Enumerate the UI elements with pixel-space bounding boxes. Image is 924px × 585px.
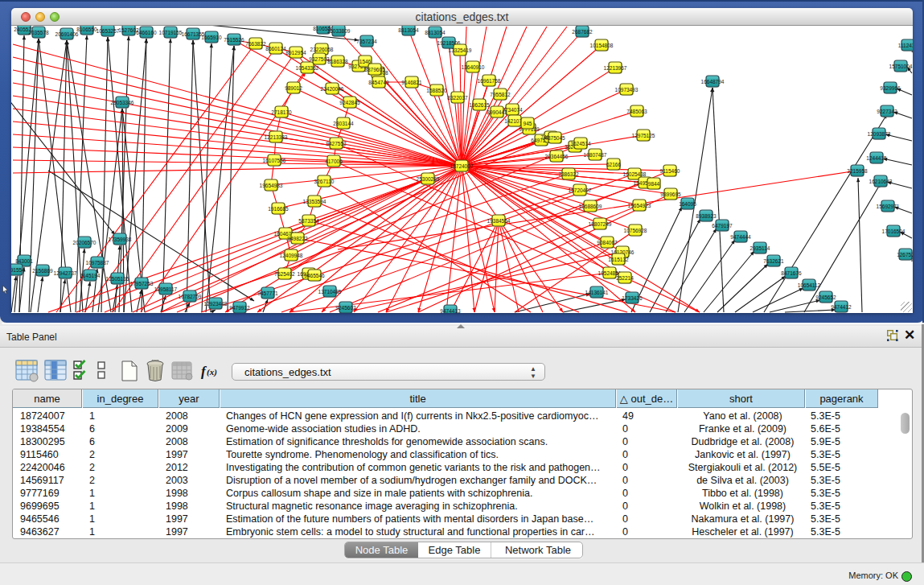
svg-text:2935114: 2935114	[750, 245, 770, 251]
svg-text:10543362: 10543362	[296, 65, 319, 71]
svg-text:15751004: 15751004	[889, 64, 913, 69]
svg-text:1244415: 1244415	[866, 155, 887, 161]
svg-text:19654983: 19654983	[260, 183, 283, 188]
svg-text:8813054: 8813054	[398, 27, 419, 33]
svg-text:3215958: 3215958	[847, 168, 868, 174]
svg-text:4875045: 4875045	[544, 135, 565, 141]
svg-text:2156869: 2156869	[32, 268, 53, 274]
svg-text:945: 945	[524, 121, 532, 126]
svg-text:7515526: 7515526	[224, 37, 244, 43]
svg-text:18724007: 18724007	[450, 163, 474, 169]
svg-text:12409948: 12409948	[280, 253, 303, 258]
svg-text:16648794: 16648794	[701, 79, 725, 84]
svg-text:1145194: 1145194	[80, 273, 101, 278]
svg-text:7955812: 7955812	[490, 92, 511, 97]
svg-text:16033809: 16033809	[327, 28, 351, 34]
svg-text:9427552: 9427552	[326, 141, 347, 146]
svg-text:7625402: 7625402	[274, 271, 295, 277]
svg-text:10719155: 10719155	[159, 30, 183, 35]
svg-text:10756928: 10756928	[624, 228, 647, 233]
svg-text:15720407: 15720407	[569, 187, 592, 193]
svg-text:9227342: 9227342	[877, 109, 897, 114]
svg-text:20691406: 20691406	[55, 31, 79, 37]
svg-text:9479912: 9479912	[229, 305, 250, 311]
svg-text:9474412: 9474412	[831, 304, 852, 310]
svg-text:13353594: 13353594	[303, 199, 326, 204]
svg-text:9084067: 9084067	[597, 240, 618, 245]
svg-text:12213967: 12213967	[604, 65, 627, 71]
svg-text:12505135: 12505135	[106, 276, 129, 282]
svg-text:10688609: 10688609	[579, 204, 602, 209]
svg-text:10653257: 10653257	[97, 28, 120, 34]
svg-text:19654923: 19654923	[628, 203, 651, 208]
svg-text:9899695: 9899695	[660, 192, 681, 197]
svg-text:16107556: 16107556	[263, 158, 286, 163]
svg-text:1962615: 1962615	[469, 102, 490, 108]
svg-text:9457771: 9457771	[257, 290, 278, 296]
svg-text:14136141: 14136141	[585, 290, 609, 295]
svg-text:17016504: 17016504	[882, 229, 906, 234]
svg-text:13325419: 13325419	[449, 47, 472, 53]
svg-text:13710485: 13710485	[318, 289, 342, 295]
svg-text:8912954: 8912954	[285, 50, 306, 56]
svg-text:18807249: 18807249	[589, 221, 612, 227]
svg-text:5873354: 5873354	[298, 218, 319, 224]
svg-text:1112437: 1112437	[898, 43, 913, 48]
svg-text:12942737: 12942737	[54, 270, 77, 276]
svg-text:12213383: 12213383	[265, 134, 288, 140]
svg-text:10973493: 10973493	[615, 87, 639, 93]
svg-text:2687682: 2687682	[572, 29, 593, 35]
svg-text:8322037: 8322037	[447, 95, 468, 101]
svg-text:15692971: 15692971	[877, 204, 900, 209]
svg-text:2718170: 2718170	[271, 109, 292, 115]
svg-text:1588520: 1588520	[426, 88, 447, 93]
svg-text:1916685: 1916685	[268, 206, 289, 212]
svg-text:9115460: 9115460	[660, 168, 680, 174]
svg-text:9474444: 9474444	[730, 234, 751, 240]
svg-text:391554: 391554	[11, 267, 25, 273]
svg-text:(x): (x)	[207, 367, 217, 377]
svg-text:1733426: 1733426	[622, 295, 643, 301]
svg-text:7663822: 7663822	[245, 41, 266, 47]
svg-text:17359938: 17359938	[109, 237, 132, 242]
svg-text:8454749: 8454749	[368, 80, 389, 85]
svg-text:9498222: 9498222	[287, 236, 308, 241]
svg-text:12923448: 12923448	[204, 301, 228, 307]
svg-text:6479197: 6479197	[712, 223, 733, 229]
svg-text:9329966: 9329966	[880, 85, 901, 91]
svg-text:23226058: 23226058	[310, 47, 334, 52]
svg-text:252214: 252214	[616, 275, 634, 281]
svg-text:10025438: 10025438	[623, 171, 647, 177]
svg-text:25300283: 25300283	[417, 176, 440, 182]
svg-text:126753: 126753	[897, 252, 913, 257]
svg-text:10654112: 10654112	[798, 282, 821, 288]
svg-text:13640910: 13640910	[462, 64, 485, 70]
svg-text:8938923: 8938923	[696, 213, 717, 219]
svg-text:8990443: 8990443	[487, 109, 507, 115]
svg-text:2035578: 2035578	[28, 30, 49, 35]
svg-text:1665910: 1665910	[201, 35, 222, 40]
svg-text:10782759: 10782759	[179, 294, 202, 299]
svg-text:62166: 62166	[606, 162, 621, 167]
svg-text:7386322: 7386322	[558, 171, 579, 177]
svg-text:8660124: 8660124	[265, 46, 286, 51]
svg-text:17957253: 17957253	[130, 281, 154, 286]
svg-text:10154808: 10154808	[590, 43, 614, 48]
svg-text:9242845: 9242845	[339, 100, 360, 105]
svg-text:9844: 9844	[648, 181, 660, 187]
svg-text:12093873: 12093873	[868, 131, 891, 137]
svg-text:3879605: 3879605	[364, 67, 385, 72]
svg-text:9245652: 9245652	[815, 295, 836, 300]
svg-text:9465546: 9465546	[304, 273, 325, 278]
svg-text:10975887: 10975887	[86, 260, 109, 266]
svg-text:29053346: 29053346	[111, 100, 134, 105]
svg-text:8186328: 8186328	[327, 59, 348, 64]
svg-text:7485063: 7485063	[626, 109, 647, 114]
svg-text:8471676: 8471676	[781, 270, 802, 276]
svg-text:9245602: 9245602	[335, 305, 356, 311]
svg-text:10958117: 10958117	[154, 286, 178, 292]
svg-text:8106550: 8106550	[76, 27, 97, 32]
svg-text:417006: 417006	[325, 159, 343, 164]
svg-text:10807487: 10807487	[584, 152, 607, 158]
svg-text:3624514: 3624514	[570, 141, 591, 146]
